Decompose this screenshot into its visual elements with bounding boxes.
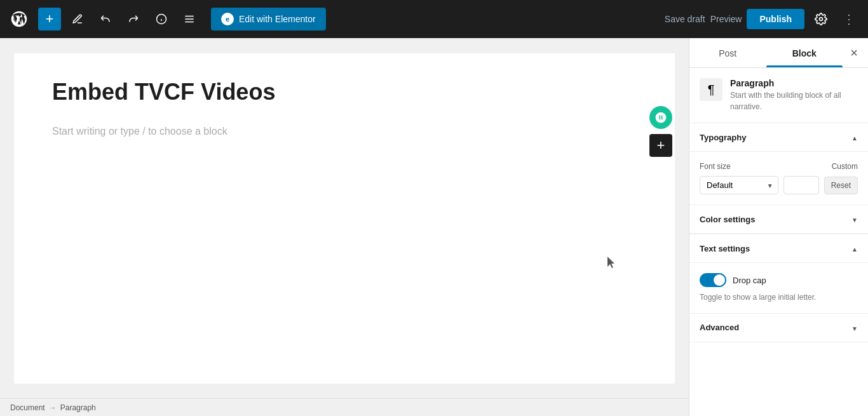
more-options-button[interactable]: ⋮ <box>837 8 860 30</box>
editor-area: Embed TVCF Videos Start writing or type … <box>0 38 689 416</box>
color-settings-section-header[interactable]: Color settings <box>689 205 868 234</box>
add-icon: + <box>46 11 54 27</box>
add-block-inline-button[interactable]: + <box>649 134 672 157</box>
font-size-custom-input[interactable] <box>783 176 819 194</box>
typography-chevron-icon <box>851 132 858 142</box>
typography-section-title: Typography <box>700 133 746 142</box>
paragraph-icon: ¶ <box>700 78 722 101</box>
breadcrumb-paragraph[interactable]: Paragraph <box>60 403 96 412</box>
elementor-btn-label: Edit with Elementor <box>239 14 316 24</box>
advanced-section-header[interactable]: Advanced <box>689 314 868 342</box>
sidebar-tabs: Post Block × <box>689 38 868 68</box>
custom-label: Custom <box>832 162 858 171</box>
block-type-description: Start with the building block of all nar… <box>730 90 858 112</box>
main-area: Embed TVCF Videos Start writing or type … <box>0 38 868 416</box>
redo-button[interactable] <box>122 8 145 30</box>
close-sidebar-button[interactable]: × <box>843 41 865 64</box>
wp-logo[interactable] <box>8 8 31 30</box>
settings-button[interactable] <box>810 8 832 30</box>
status-bar: Document → Paragraph <box>0 398 689 416</box>
elementor-icon: e <box>221 13 234 25</box>
text-settings-section: Text settings Drop cap Toggle to show a … <box>689 234 868 314</box>
tab-post[interactable]: Post <box>689 38 766 67</box>
advanced-chevron-icon <box>851 323 858 333</box>
font-size-labels-row: Font size Custom <box>700 162 858 171</box>
pen-tool-button[interactable] <box>66 8 89 30</box>
close-icon: × <box>850 46 858 60</box>
cursor-pointer <box>607 257 618 272</box>
preview-button[interactable]: Preview <box>710 14 742 24</box>
typography-content: Font size Custom Default Small Medium La… <box>689 152 868 205</box>
breadcrumb-document[interactable]: Document <box>10 403 45 412</box>
tools-button[interactable] <box>178 8 201 30</box>
edit-elementor-button[interactable]: e Edit with Elementor <box>211 8 326 30</box>
sidebar: Post Block × ¶ Paragraph Start with the … <box>689 38 868 416</box>
block-info: ¶ Paragraph Start with the building bloc… <box>689 68 868 123</box>
text-settings-section-header[interactable]: Text settings <box>689 234 868 263</box>
block-type-title: Paragraph <box>730 78 858 88</box>
drop-cap-label: Drop cap <box>733 276 766 285</box>
font-size-reset-button[interactable]: Reset <box>824 177 858 194</box>
text-settings-content: Drop cap Toggle to show a large initial … <box>689 263 868 314</box>
editor-canvas: Embed TVCF Videos Start writing or type … <box>0 38 689 398</box>
tab-block[interactable]: Block <box>766 38 843 67</box>
font-size-select-wrapper: Default Small Medium Large Extra Large ▼ <box>700 176 778 194</box>
publish-button[interactable]: Publish <box>747 9 804 29</box>
save-draft-button[interactable]: Save draft <box>665 14 705 24</box>
drop-cap-toggle[interactable] <box>700 273 726 287</box>
text-settings-title: Text settings <box>700 244 750 253</box>
color-settings-chevron-icon <box>851 214 858 224</box>
color-settings-section: Color settings <box>689 205 868 234</box>
font-size-controls: Default Small Medium Large Extra Large ▼… <box>700 176 858 194</box>
breadcrumb-arrow: → <box>49 403 57 412</box>
undo-button[interactable] <box>94 8 117 30</box>
svg-point-6 <box>820 18 823 21</box>
post-title[interactable]: Embed TVCF Videos <box>52 79 637 105</box>
advanced-section-title: Advanced <box>700 323 739 332</box>
drop-cap-description: Toggle to show a large initial letter. <box>700 292 858 303</box>
grammarly-button[interactable] <box>649 106 672 129</box>
text-settings-chevron-icon <box>851 243 858 253</box>
block-info-text: Paragraph Start with the building block … <box>730 78 858 112</box>
add-block-toolbar-button[interactable]: + <box>38 8 61 30</box>
font-size-select[interactable]: Default Small Medium Large Extra Large <box>700 176 778 194</box>
toolbar-right: Save draft Preview Publish ⋮ <box>665 8 860 30</box>
color-settings-title: Color settings <box>700 215 755 224</box>
info-button[interactable] <box>150 8 173 30</box>
block-placeholder[interactable]: Start writing or type / to choose a bloc… <box>52 126 637 137</box>
editor-content: Embed TVCF Videos Start writing or type … <box>14 53 675 384</box>
drop-cap-row: Drop cap <box>700 273 858 287</box>
typography-section-header[interactable]: Typography <box>689 123 868 152</box>
paragraph-symbol: ¶ <box>708 83 715 97</box>
font-size-label: Font size <box>700 162 832 171</box>
main-toolbar: + e Edit with Elementor Save draft Pre <box>0 0 868 38</box>
